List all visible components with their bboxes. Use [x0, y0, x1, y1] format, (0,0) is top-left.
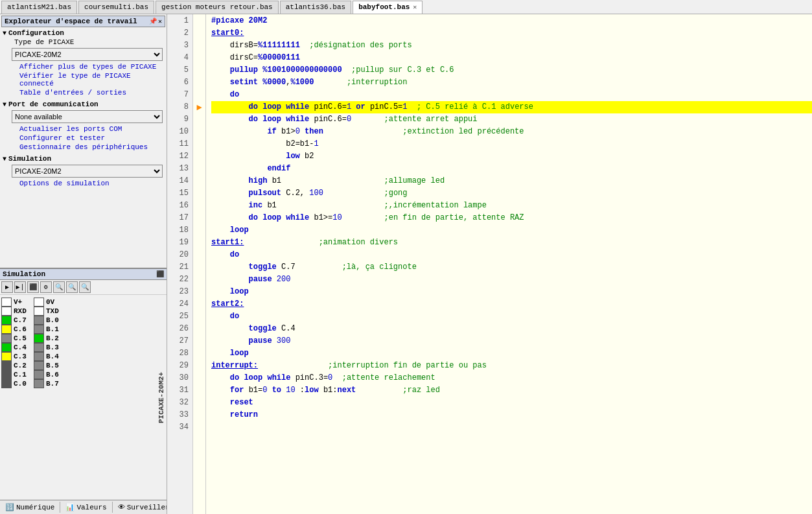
line-number-22: 22 — [171, 274, 189, 286]
code-line-22[interactable]: pause 200 — [211, 274, 812, 286]
pin-c6-box[interactable] — [1, 325, 12, 334]
sim-zoom-out-btn[interactable]: 🔍 — [66, 281, 78, 293]
line-number-11: 11 — [171, 138, 189, 150]
code-line-34[interactable] — [211, 421, 812, 434]
tab-babyfoot[interactable]: babyfoot.bas ✕ — [353, 1, 423, 14]
code-line-14[interactable]: high b1 ;allumage led — [211, 175, 812, 187]
code-line-2[interactable]: start0: — [211, 27, 812, 40]
code-line-11[interactable]: b2=b1-1 — [211, 138, 812, 150]
code-line-33[interactable]: return — [211, 409, 812, 421]
code-line-16[interactable]: inc b1 ;,incrémentation lampe — [211, 200, 812, 212]
code-line-12[interactable]: low b2 — [211, 150, 812, 163]
com-header: ▼ Port de communication — [1, 100, 165, 109]
line-number-3: 3 — [171, 40, 189, 52]
pin-0v-box[interactable] — [34, 298, 44, 307]
pin-c5-box[interactable] — [1, 334, 12, 343]
code-line-20[interactable]: do — [211, 249, 812, 261]
code-line-13[interactable]: endif — [211, 163, 812, 175]
pin-row-c3-b4: C.3 B.4 — [1, 352, 155, 361]
sim-stop-btn[interactable]: ▶| — [14, 281, 26, 293]
sim-zoom-in-btn[interactable]: 🔍 — [53, 281, 65, 293]
sim-settings-btn[interactable]: ⚙ — [40, 281, 52, 293]
code-area[interactable]: 1234567891011121314151617181920212223242… — [167, 14, 812, 514]
code-line-31[interactable]: for b1=0 to 10 :low b1:next ;raz led — [211, 384, 812, 397]
pin-vplus-box[interactable] — [1, 298, 12, 307]
pin-b1-box[interactable] — [34, 325, 44, 334]
sim-run-btn[interactable]: ▶ — [1, 281, 13, 293]
code-line-15[interactable]: pulsout C.2, 100 ;gong — [211, 187, 812, 200]
code-line-25[interactable]: do — [211, 310, 812, 323]
code-line-7[interactable]: do — [211, 89, 812, 101]
update-ports[interactable]: Actualiser les ports COM — [1, 124, 165, 134]
code-line-23[interactable]: loop — [211, 286, 812, 298]
code-line-17[interactable]: do loop while b1>=10 ;en fin de partie, … — [211, 212, 812, 224]
picaxe-type-select[interactable]: PICAXE-20M2 — [12, 48, 163, 61]
sim-options[interactable]: Options de simulation — [1, 179, 165, 188]
close-tab-icon[interactable]: ✕ — [413, 3, 417, 11]
sim-tab-watch[interactable]: 👁 Surveiller — [113, 502, 167, 513]
tab-gestion-moteurs[interactable]: gestion moteurs retour.bas — [156, 1, 279, 14]
sim-select[interactable]: PICAXE-20M2 — [12, 165, 163, 178]
simulation-header: Simulation ⬛ — [0, 269, 167, 280]
pin-b7-box[interactable] — [34, 379, 44, 388]
pin-icon[interactable]: 📌 — [149, 18, 157, 25]
sim-reset-btn[interactable]: ⬛ — [27, 281, 39, 293]
code-line-3[interactable]: dirsB=%11111111 ;désignation des ports — [211, 40, 812, 52]
pin-c3-box[interactable] — [1, 352, 12, 361]
pin-c7-box[interactable] — [1, 316, 12, 325]
code-line-21[interactable]: toggle C.7 ;là, ça clignote — [211, 261, 812, 274]
expand-config-icon[interactable]: ▼ — [3, 30, 6, 37]
code-line-28[interactable]: loop — [211, 347, 812, 360]
com-select[interactable]: None available — [12, 110, 163, 123]
code-line-9[interactable]: do loop while pinC.6=0 ;attente arret ap… — [211, 113, 812, 126]
verify-type[interactable]: Vérifier le type de PICAXE connecté — [1, 71, 165, 88]
code-line-26[interactable]: toggle C.4 — [211, 323, 812, 335]
arrow-7 — [193, 89, 205, 101]
pin-c0-box[interactable] — [1, 379, 12, 388]
sim-expand-icon[interactable]: ⬛ — [156, 270, 164, 278]
sim-tab-numeric[interactable]: 🔢 Numérique — [0, 502, 60, 513]
pin-b4-box[interactable] — [34, 352, 44, 361]
code-line-29[interactable]: interrupt: ;interruption fin de partie o… — [211, 360, 812, 372]
tab-coursemulti[interactable]: coursemulti.bas — [78, 1, 154, 14]
device-manager[interactable]: Gestionnaire des périphériques — [1, 143, 165, 152]
sim-tab-values[interactable]: 📊 Valeurs — [60, 502, 112, 513]
pin-c2-label: C.2 — [14, 362, 32, 369]
arrow-34 — [193, 421, 205, 434]
code-line-4[interactable]: dirsC=%00000111 — [211, 52, 812, 64]
code-line-27[interactable]: pause 300 — [211, 335, 812, 347]
code-line-10[interactable]: if b1>0 then ;extinction led précédente — [211, 126, 812, 138]
pin-c4-box[interactable] — [1, 343, 12, 352]
pin-c1-box[interactable] — [1, 370, 12, 379]
sim-extra-btn[interactable]: 🔍 — [79, 281, 91, 293]
show-more-types[interactable]: Afficher plus de types de PICAXE — [1, 62, 165, 71]
pin-txd-box[interactable] — [34, 307, 44, 316]
code-line-1[interactable]: #picaxe 20M2 — [211, 15, 812, 27]
code-line-30[interactable]: do loop while pinC.3=0 ;attente relachem… — [211, 372, 812, 384]
code-line-18[interactable]: loop — [211, 224, 812, 237]
code-lines[interactable]: #picaxe 20M2start0: dirsB=%11111111 ;dés… — [206, 14, 812, 514]
close-sidebar-icon[interactable]: ✕ — [158, 18, 162, 25]
pin-c2-box[interactable] — [1, 361, 12, 370]
io-table[interactable]: Table d'entrées / sorties — [1, 88, 165, 97]
configure-test[interactable]: Configurer et tester — [1, 134, 165, 143]
pin-b2-box[interactable] — [34, 334, 44, 343]
code-line-8[interactable]: do loop while pinC.6=1 or pinC.5=1 ; C.5… — [211, 101, 812, 113]
code-line-6[interactable]: setint %0000,%1000 ;interruption — [211, 76, 812, 89]
com-section: ▼ Port de communication None available A… — [1, 100, 165, 152]
pin-c5-label: C.5 — [14, 334, 32, 342]
code-line-5[interactable]: pullup %1001000000000000 ;pullup sur C.3… — [211, 64, 812, 76]
code-line-32[interactable]: reset — [211, 397, 812, 409]
expand-sim-icon[interactable]: ▼ — [3, 156, 6, 163]
tab-atlantism21[interactable]: atlantisM21.bas — [1, 1, 77, 14]
expand-com-icon[interactable]: ▼ — [3, 101, 6, 108]
code-line-19[interactable]: start1: ;animation divers — [211, 237, 812, 249]
pin-b0-box[interactable] — [34, 316, 44, 325]
code-line-24[interactable]: start2: — [211, 298, 812, 310]
pin-rxd-box[interactable] — [1, 307, 12, 316]
arrow-5 — [193, 64, 205, 76]
pin-b6-box[interactable] — [34, 370, 44, 379]
tab-atlantis36[interactable]: atlantis36.bas — [280, 1, 351, 14]
pin-b5-box[interactable] — [34, 361, 44, 370]
pin-b3-box[interactable] — [34, 343, 44, 352]
